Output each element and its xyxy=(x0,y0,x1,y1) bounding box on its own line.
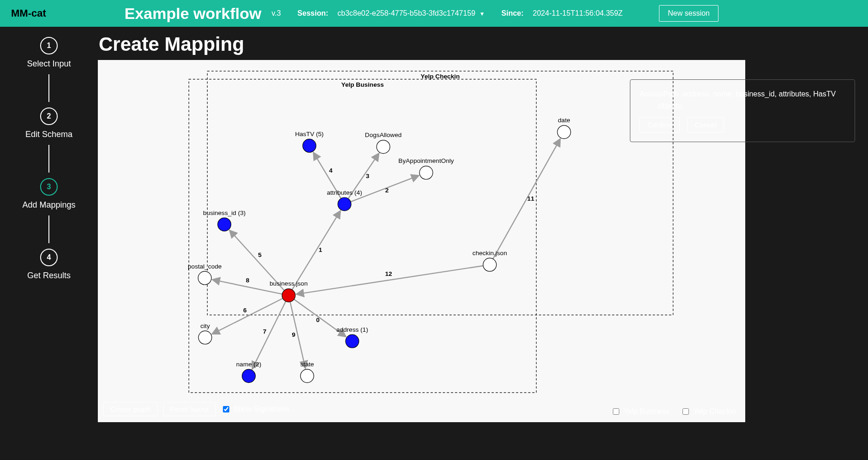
graph-node-label: address (1) xyxy=(336,326,368,333)
center-graph-button[interactable]: Center graph xyxy=(103,402,158,416)
header-bar: MM-cat Example workflow v.3 Session: cb3… xyxy=(0,0,868,27)
step-number: 4 xyxy=(40,249,58,266)
yelp-business-label: Yelp Business xyxy=(623,407,670,416)
step-add-mappings[interactable]: 3 Add Mappings xyxy=(22,178,75,210)
group-title: Yelp Business xyxy=(341,81,384,88)
workflow-version: v.3 xyxy=(271,9,281,18)
edge-label: 0 xyxy=(316,317,320,323)
graph-edge[interactable] xyxy=(292,211,340,290)
graph-node-postal[interactable] xyxy=(198,271,211,285)
graph-node-label: business_id (3) xyxy=(203,209,245,216)
objects-label: objects: xyxy=(640,100,845,112)
cancel-button[interactable]: Cancel xyxy=(687,117,724,132)
graph-node-checkin_json[interactable] xyxy=(483,258,497,271)
page-title: Create Mapping xyxy=(99,33,868,55)
graph-toolbar-right: Yelp Business Yelp Checkin xyxy=(611,407,736,416)
graph-node-appt[interactable] xyxy=(419,166,433,179)
graph-node-label: business.json xyxy=(269,280,307,287)
graph-node-label: city xyxy=(200,323,210,329)
graph-node-label: checkin.json xyxy=(473,250,507,257)
new-session-button[interactable]: New session xyxy=(659,5,718,22)
step-get-results[interactable]: 4 Get Results xyxy=(27,249,71,281)
show-signatures-checkbox[interactable] xyxy=(223,406,229,412)
confirm-button[interactable]: Confirm xyxy=(640,117,680,132)
yelp-business-toggle[interactable]: Yelp Business xyxy=(611,407,670,416)
graph-node-label: state xyxy=(300,361,314,368)
session-id[interactable]: cb3c8e02-e258-4775-b5b3-3fd3c1747159 ▼ xyxy=(337,9,485,18)
edge-label: 7 xyxy=(263,328,267,335)
yelp-business-checkbox[interactable] xyxy=(613,408,619,415)
access-path-text: AccessPath address, name, business_id, a… xyxy=(640,88,845,100)
group-box xyxy=(207,71,673,315)
edge-label: 8 xyxy=(246,277,250,284)
graph-node-address[interactable] xyxy=(346,335,359,348)
step-number: 1 xyxy=(40,37,58,54)
session-label: Session: xyxy=(298,9,329,18)
accesspath-value: address, name, business_id, attributes, … xyxy=(682,90,836,98)
step-select-input[interactable]: 1 Select Input xyxy=(27,37,71,69)
graph-node-city[interactable] xyxy=(198,331,212,344)
accesspath-label: AccessPath xyxy=(640,90,678,98)
reset-layout-button[interactable]: Reset layout xyxy=(163,402,216,416)
edge-label: 11 xyxy=(527,195,535,202)
graph-node-business_json[interactable] xyxy=(282,289,295,302)
show-signatures-toggle[interactable]: Show Signatures xyxy=(221,405,289,414)
step-number: 2 xyxy=(40,108,58,125)
edge-label: 6 xyxy=(243,307,247,314)
graph-edge[interactable] xyxy=(493,139,560,259)
yelp-checkin-toggle[interactable]: Yelp Checkin xyxy=(681,407,736,416)
since-value: 2024-11-15T11:56:04.359Z xyxy=(533,9,623,18)
edge-label: 12 xyxy=(385,270,392,277)
chevron-down-icon: ▼ xyxy=(479,11,485,17)
workflow-title: Example workflow xyxy=(125,5,262,23)
graph-toolbar-left: Center graph Reset layout Show Signature… xyxy=(103,402,289,416)
since-label: Since: xyxy=(502,9,524,18)
graph-node-label: postal_code xyxy=(188,263,221,270)
step-label: Add Mappings xyxy=(22,200,75,210)
step-connector xyxy=(48,215,49,243)
steps-sidebar: 1 Select Input 2 Edit Schema 3 Add Mappi… xyxy=(0,27,98,460)
edge-label: 2 xyxy=(385,187,389,194)
group-title: Yelp Checkin xyxy=(421,73,460,80)
step-label: Edit Schema xyxy=(25,130,72,139)
graph-node-label: ByAppointmentOnly xyxy=(398,157,454,164)
graph-node-label: attributes (4) xyxy=(327,189,362,196)
graph-node-label: DogsAllowed xyxy=(365,131,401,138)
step-edit-schema[interactable]: 2 Edit Schema xyxy=(25,108,72,139)
graph-node-attributes[interactable] xyxy=(338,197,351,211)
step-connector xyxy=(48,145,49,173)
edge-label: 9 xyxy=(292,331,295,338)
step-number: 3 xyxy=(40,178,58,196)
edge-label: 3 xyxy=(366,173,370,179)
step-label: Select Input xyxy=(27,59,71,69)
step-connector xyxy=(48,74,49,102)
group-box xyxy=(189,79,536,393)
yelp-checkin-label: Yelp Checkin xyxy=(693,407,736,416)
graph-node-state[interactable] xyxy=(300,369,314,382)
access-path-panel: AccessPath address, name, business_id, a… xyxy=(630,79,855,142)
graph-node-date[interactable] xyxy=(557,125,571,139)
graph-node-business_id[interactable] xyxy=(218,218,231,231)
brand-logo[interactable]: MM-cat xyxy=(11,7,46,19)
show-signatures-label: Show Signatures xyxy=(233,405,289,413)
graph-node-label: name (2) xyxy=(236,361,261,368)
yelp-checkin-checkbox[interactable] xyxy=(682,408,689,415)
graph-node-name[interactable] xyxy=(242,369,256,382)
graph-node-hastv[interactable] xyxy=(303,139,316,152)
edge-label: 5 xyxy=(258,251,262,258)
edge-label: 4 xyxy=(329,167,333,174)
graph-node-label: HasTV (5) xyxy=(295,131,323,137)
step-label: Get Results xyxy=(27,271,71,281)
graph-node-dogs[interactable] xyxy=(377,140,390,154)
graph-node-label: date xyxy=(558,117,570,124)
edge-label: 1 xyxy=(318,246,322,253)
